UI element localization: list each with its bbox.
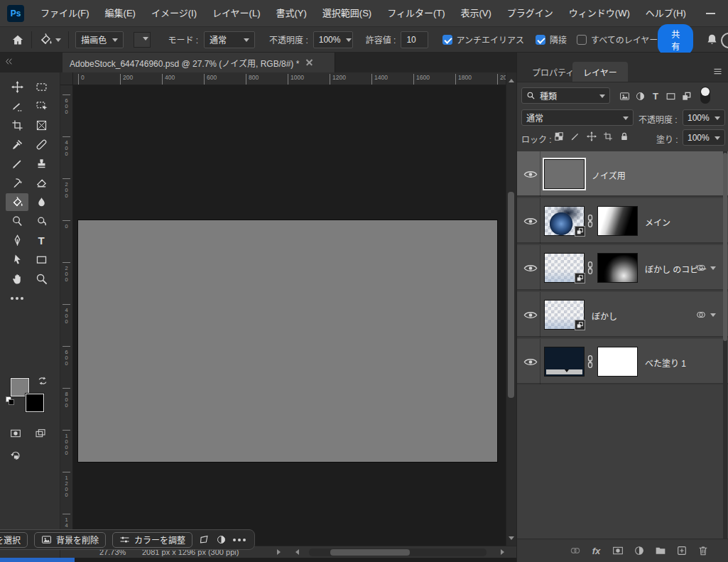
pasteboard[interactable] [73, 85, 506, 546]
minimize-window-icon[interactable] [706, 13, 715, 14]
crop-tool[interactable] [6, 117, 28, 134]
layer-name[interactable]: ぼかし [592, 310, 617, 322]
ruler-corner[interactable] [60, 72, 73, 85]
history-brush-tool[interactable] [6, 174, 28, 192]
menu-help[interactable]: ヘルプ(H) [638, 0, 694, 27]
select-subject-button[interactable]: を選択 [0, 532, 28, 548]
move-tool[interactable] [6, 78, 28, 96]
visibility-eye-icon[interactable] [523, 170, 538, 179]
menu-image[interactable]: イメージ(I) [143, 0, 205, 27]
quick-mask-icon[interactable] [9, 428, 23, 439]
layer-thumbnail[interactable] [544, 300, 585, 330]
layer-thumbnail[interactable] [544, 253, 585, 283]
menu-edit[interactable]: 編集(E) [97, 0, 143, 27]
vertical-scrollbar[interactable] [506, 72, 516, 546]
layer-row-main[interactable]: メイン [517, 198, 728, 244]
horizontal-scrollbar[interactable] [309, 549, 487, 556]
tab-layers[interactable]: レイヤー [572, 62, 628, 82]
layer-row-solid-fill[interactable]: べた塗り 1 [517, 339, 728, 384]
layer-mask-thumbnail[interactable] [597, 347, 638, 377]
layer-row-noise[interactable]: ノイズ用 [517, 151, 728, 197]
eyedropper-tool[interactable] [6, 136, 28, 153]
lock-artboard-icon[interactable] [603, 131, 615, 144]
adjust-color-button[interactable]: カラーを調整 [112, 532, 192, 548]
scroll-up-icon[interactable] [509, 76, 514, 82]
paint-bucket-tool-icon[interactable] [39, 33, 61, 46]
contiguous-checkbox[interactable] [536, 35, 545, 45]
remove-background-button[interactable]: 背景を削除 [34, 532, 106, 548]
generate-image-icon[interactable] [9, 449, 23, 460]
lock-all-icon[interactable] [619, 131, 631, 144]
blur-tool[interactable] [30, 193, 53, 211]
lock-transparent-pixels-icon[interactable] [554, 131, 566, 144]
transform-icon[interactable] [199, 534, 210, 545]
share-button[interactable]: 共有 [658, 24, 693, 55]
opacity-input[interactable]: 100% [313, 31, 353, 48]
layer-name[interactable]: ノイズ用 [592, 169, 626, 181]
collapse-toolbar-icon[interactable] [4, 57, 13, 66]
swap-colors-icon[interactable] [37, 375, 48, 387]
layers-panel-scrollbar[interactable] [723, 151, 727, 539]
vertical-scrollbar-thumb[interactable] [508, 192, 514, 398]
object-selection-tool[interactable] [30, 97, 53, 115]
fill-input[interactable]: 100% [683, 129, 725, 146]
layer-thumbnail[interactable] [544, 347, 585, 377]
link-layers-icon[interactable] [569, 545, 581, 557]
home-icon[interactable] [11, 33, 24, 46]
scroll-right-icon[interactable] [501, 549, 507, 555]
smart-object-filter-icon[interactable] [680, 90, 692, 102]
eraser-tool[interactable] [30, 174, 53, 192]
smart-filters-indicator[interactable] [695, 309, 716, 320]
panel-menu-icon[interactable] [712, 66, 723, 77]
photoshop-logo[interactable]: Ps [7, 5, 24, 22]
default-colors-icon[interactable] [6, 396, 14, 405]
document-tab[interactable]: AdobeStock_644746960.psd @ 27.7% (ノイズ用, … [63, 53, 335, 72]
edit-toolbar-icon[interactable] [6, 289, 28, 307]
lock-position-icon[interactable] [587, 131, 599, 144]
menu-view[interactable]: 表示(V) [453, 0, 499, 27]
layer-row-blur[interactable]: ぼかし [517, 292, 728, 337]
screen-mode-icon[interactable] [34, 428, 48, 439]
bell-icon[interactable] [706, 33, 718, 45]
delete-layer-icon[interactable] [697, 545, 709, 557]
rectangular-marquee-tool[interactable] [30, 78, 53, 96]
image-filter-icon[interactable] [618, 90, 631, 102]
all-layers-checkbox[interactable] [577, 35, 587, 45]
clone-stamp-tool[interactable] [30, 155, 53, 173]
visibility-eye-icon[interactable] [523, 217, 538, 226]
menu-select[interactable]: 選択範囲(S) [315, 0, 379, 27]
new-layer-icon[interactable] [675, 545, 688, 557]
menu-layer[interactable]: レイヤー(L) [205, 0, 268, 27]
menu-file[interactable]: ファイル(F) [33, 0, 97, 27]
spot-healing-brush-tool[interactable] [30, 136, 53, 153]
rectangle-tool[interactable] [30, 251, 53, 269]
visibility-eye-icon[interactable] [523, 357, 538, 367]
layers-panel-scrollbar-thumb[interactable] [723, 153, 727, 341]
add-layer-mask-icon[interactable] [612, 545, 624, 557]
layer-thumbnail[interactable] [544, 159, 585, 189]
menu-plugins[interactable]: プラグイン [499, 0, 561, 27]
dodge-tool[interactable] [6, 212, 28, 230]
selection-brush-tool[interactable] [6, 97, 28, 115]
brush-tool[interactable] [6, 155, 28, 173]
tolerance-input[interactable]: 10 [401, 31, 428, 48]
horizontal-scrollbar-thumb[interactable] [330, 549, 410, 556]
menu-filter[interactable]: フィルター(T) [379, 0, 452, 27]
smart-filters-indicator[interactable] [695, 262, 716, 274]
layer-name[interactable]: べた塗り 1 [645, 357, 686, 369]
fill-source-select[interactable]: 描画色 [75, 31, 124, 48]
layer-blend-mode-select[interactable]: 通常 [521, 109, 634, 126]
paint-bucket-tool[interactable] [6, 193, 28, 211]
layer-thumbnail[interactable] [544, 206, 585, 236]
type-tool[interactable]: T [30, 232, 53, 249]
new-group-icon[interactable] [654, 545, 666, 557]
antialias-checkbox[interactable] [442, 35, 452, 45]
visibility-eye-icon[interactable] [523, 264, 538, 273]
hand-tool[interactable] [6, 270, 28, 288]
filter-toggle-switch[interactable] [700, 87, 710, 104]
document-canvas[interactable] [78, 220, 497, 462]
frame-tool[interactable] [30, 117, 53, 134]
new-adjustment-layer-icon[interactable] [633, 545, 645, 557]
layer-opacity-input[interactable]: 100% [683, 109, 725, 126]
adjustment-filter-icon[interactable] [634, 90, 646, 102]
